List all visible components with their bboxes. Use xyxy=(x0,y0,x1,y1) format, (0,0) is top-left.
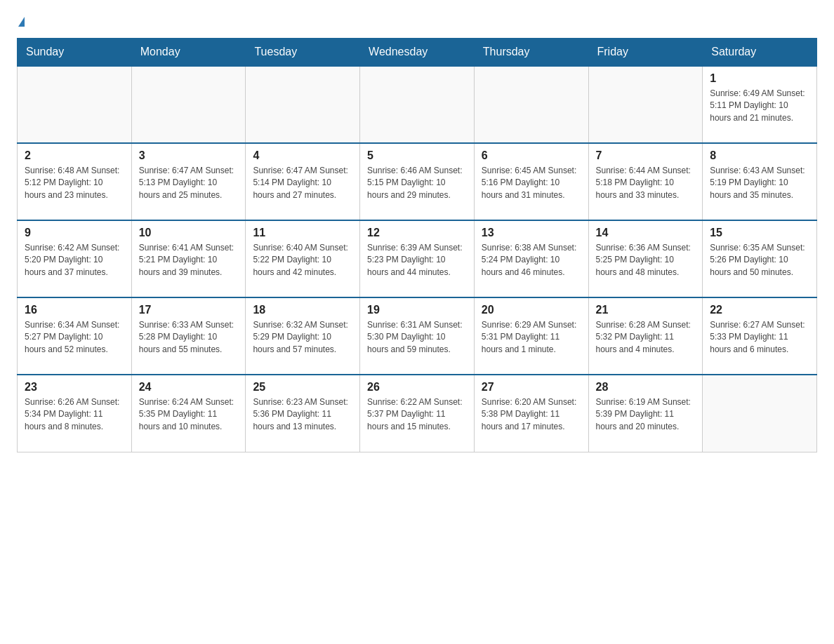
day-number: 24 xyxy=(139,381,239,394)
day-number: 19 xyxy=(367,304,467,316)
calendar-cell: 8Sunrise: 6:43 AM Sunset: 5:19 PM Daylig… xyxy=(703,143,817,220)
day-number: 18 xyxy=(253,304,352,316)
day-info: Sunrise: 6:36 AM Sunset: 5:25 PM Dayligh… xyxy=(596,242,696,279)
calendar-cell: 26Sunrise: 6:22 AM Sunset: 5:37 PM Dayli… xyxy=(360,375,475,452)
calendar-cell xyxy=(588,66,703,143)
weekday-header-tuesday: Tuesday xyxy=(246,39,360,67)
day-number: 1 xyxy=(710,72,809,85)
day-number: 20 xyxy=(482,304,581,316)
calendar-cell: 4Sunrise: 6:47 AM Sunset: 5:14 PM Daylig… xyxy=(246,143,360,220)
day-number: 4 xyxy=(253,149,352,162)
calendar-cell: 22Sunrise: 6:27 AM Sunset: 5:33 PM Dayli… xyxy=(703,297,817,375)
calendar-table: SundayMondayTuesdayWednesdayThursdayFrid… xyxy=(17,38,817,452)
day-number: 3 xyxy=(139,149,239,162)
calendar-cell: 27Sunrise: 6:20 AM Sunset: 5:38 PM Dayli… xyxy=(474,375,588,452)
day-info: Sunrise: 6:26 AM Sunset: 5:34 PM Dayligh… xyxy=(25,396,124,433)
calendar-cell xyxy=(131,66,246,143)
day-info: Sunrise: 6:38 AM Sunset: 5:24 PM Dayligh… xyxy=(482,242,581,279)
calendar-cell xyxy=(18,66,132,143)
day-info: Sunrise: 6:35 AM Sunset: 5:26 PM Dayligh… xyxy=(710,242,809,279)
day-number: 12 xyxy=(367,227,467,239)
calendar-cell: 10Sunrise: 6:41 AM Sunset: 5:21 PM Dayli… xyxy=(131,220,246,297)
day-number: 28 xyxy=(596,381,696,394)
calendar-cell: 28Sunrise: 6:19 AM Sunset: 5:39 PM Dayli… xyxy=(588,375,703,452)
week-row-2: 2Sunrise: 6:48 AM Sunset: 5:12 PM Daylig… xyxy=(18,143,817,220)
calendar-cell: 17Sunrise: 6:33 AM Sunset: 5:28 PM Dayli… xyxy=(131,297,246,375)
weekday-header-friday: Friday xyxy=(588,39,703,67)
day-info: Sunrise: 6:41 AM Sunset: 5:21 PM Dayligh… xyxy=(139,242,239,279)
day-info: Sunrise: 6:43 AM Sunset: 5:19 PM Dayligh… xyxy=(710,165,809,201)
calendar-cell: 25Sunrise: 6:23 AM Sunset: 5:36 PM Dayli… xyxy=(246,375,360,452)
day-info: Sunrise: 6:45 AM Sunset: 5:16 PM Dayligh… xyxy=(482,165,581,201)
week-row-5: 23Sunrise: 6:26 AM Sunset: 5:34 PM Dayli… xyxy=(18,375,817,452)
day-info: Sunrise: 6:22 AM Sunset: 5:37 PM Dayligh… xyxy=(367,396,467,433)
day-number: 15 xyxy=(710,227,809,239)
day-number: 21 xyxy=(596,304,696,316)
day-info: Sunrise: 6:28 AM Sunset: 5:32 PM Dayligh… xyxy=(596,319,696,356)
day-info: Sunrise: 6:33 AM Sunset: 5:28 PM Dayligh… xyxy=(139,319,239,356)
calendar-cell: 5Sunrise: 6:46 AM Sunset: 5:15 PM Daylig… xyxy=(360,143,475,220)
logo-triangle-icon xyxy=(18,17,25,27)
day-number: 16 xyxy=(25,304,124,316)
calendar-cell: 21Sunrise: 6:28 AM Sunset: 5:32 PM Dayli… xyxy=(588,297,703,375)
weekday-header-sunday: Sunday xyxy=(18,39,132,67)
calendar-cell xyxy=(246,66,360,143)
calendar-cell: 24Sunrise: 6:24 AM Sunset: 5:35 PM Dayli… xyxy=(131,375,246,452)
day-info: Sunrise: 6:27 AM Sunset: 5:33 PM Dayligh… xyxy=(710,319,809,356)
calendar-cell: 11Sunrise: 6:40 AM Sunset: 5:22 PM Dayli… xyxy=(246,220,360,297)
calendar-cell: 16Sunrise: 6:34 AM Sunset: 5:27 PM Dayli… xyxy=(18,297,132,375)
day-info: Sunrise: 6:29 AM Sunset: 5:31 PM Dayligh… xyxy=(482,319,581,356)
calendar-cell: 23Sunrise: 6:26 AM Sunset: 5:34 PM Dayli… xyxy=(18,375,132,452)
weekday-header-monday: Monday xyxy=(131,39,246,67)
day-number: 22 xyxy=(710,304,809,316)
day-number: 5 xyxy=(367,149,467,162)
calendar-cell: 15Sunrise: 6:35 AM Sunset: 5:26 PM Dayli… xyxy=(703,220,817,297)
day-number: 2 xyxy=(25,149,124,162)
calendar-header-row: SundayMondayTuesdayWednesdayThursdayFrid… xyxy=(18,39,817,67)
day-number: 23 xyxy=(25,381,124,394)
calendar-cell xyxy=(474,66,588,143)
calendar-cell: 9Sunrise: 6:42 AM Sunset: 5:20 PM Daylig… xyxy=(18,220,132,297)
day-info: Sunrise: 6:24 AM Sunset: 5:35 PM Dayligh… xyxy=(139,396,239,433)
day-number: 13 xyxy=(482,227,581,239)
calendar-cell: 7Sunrise: 6:44 AM Sunset: 5:18 PM Daylig… xyxy=(588,143,703,220)
day-number: 10 xyxy=(139,227,239,239)
day-number: 17 xyxy=(139,304,239,316)
calendar-cell: 20Sunrise: 6:29 AM Sunset: 5:31 PM Dayli… xyxy=(474,297,588,375)
calendar-cell: 2Sunrise: 6:48 AM Sunset: 5:12 PM Daylig… xyxy=(18,143,132,220)
weekday-header-thursday: Thursday xyxy=(474,39,588,67)
day-info: Sunrise: 6:40 AM Sunset: 5:22 PM Dayligh… xyxy=(253,242,352,279)
day-info: Sunrise: 6:46 AM Sunset: 5:15 PM Dayligh… xyxy=(367,165,467,201)
calendar-cell xyxy=(703,375,817,452)
day-info: Sunrise: 6:20 AM Sunset: 5:38 PM Dayligh… xyxy=(482,396,581,433)
calendar-cell: 6Sunrise: 6:45 AM Sunset: 5:16 PM Daylig… xyxy=(474,143,588,220)
calendar-cell: 19Sunrise: 6:31 AM Sunset: 5:30 PM Dayli… xyxy=(360,297,475,375)
day-number: 9 xyxy=(25,227,124,239)
day-info: Sunrise: 6:42 AM Sunset: 5:20 PM Dayligh… xyxy=(25,242,124,279)
calendar-cell xyxy=(360,66,475,143)
day-number: 6 xyxy=(482,149,581,162)
day-info: Sunrise: 6:34 AM Sunset: 5:27 PM Dayligh… xyxy=(25,319,124,356)
day-info: Sunrise: 6:31 AM Sunset: 5:30 PM Dayligh… xyxy=(367,319,467,356)
weekday-header-wednesday: Wednesday xyxy=(360,39,475,67)
calendar-cell: 3Sunrise: 6:47 AM Sunset: 5:13 PM Daylig… xyxy=(131,143,246,220)
weekday-header-saturday: Saturday xyxy=(703,39,817,67)
week-row-1: 1Sunrise: 6:49 AM Sunset: 5:11 PM Daylig… xyxy=(18,66,817,143)
day-info: Sunrise: 6:49 AM Sunset: 5:11 PM Dayligh… xyxy=(710,88,809,124)
day-number: 7 xyxy=(596,149,696,162)
calendar-cell: 1Sunrise: 6:49 AM Sunset: 5:11 PM Daylig… xyxy=(703,66,817,143)
calendar-cell: 18Sunrise: 6:32 AM Sunset: 5:29 PM Dayli… xyxy=(246,297,360,375)
calendar-cell: 14Sunrise: 6:36 AM Sunset: 5:25 PM Dayli… xyxy=(588,220,703,297)
week-row-3: 9Sunrise: 6:42 AM Sunset: 5:20 PM Daylig… xyxy=(18,220,817,297)
day-number: 27 xyxy=(482,381,581,394)
day-info: Sunrise: 6:44 AM Sunset: 5:18 PM Dayligh… xyxy=(596,165,696,201)
day-info: Sunrise: 6:39 AM Sunset: 5:23 PM Dayligh… xyxy=(367,242,467,279)
logo xyxy=(17,17,25,27)
day-info: Sunrise: 6:48 AM Sunset: 5:12 PM Dayligh… xyxy=(25,165,124,201)
page-header xyxy=(17,17,817,27)
calendar-cell: 13Sunrise: 6:38 AM Sunset: 5:24 PM Dayli… xyxy=(474,220,588,297)
week-row-4: 16Sunrise: 6:34 AM Sunset: 5:27 PM Dayli… xyxy=(18,297,817,375)
day-info: Sunrise: 6:19 AM Sunset: 5:39 PM Dayligh… xyxy=(596,396,696,433)
day-info: Sunrise: 6:47 AM Sunset: 5:13 PM Dayligh… xyxy=(139,165,239,201)
calendar-cell: 12Sunrise: 6:39 AM Sunset: 5:23 PM Dayli… xyxy=(360,220,475,297)
